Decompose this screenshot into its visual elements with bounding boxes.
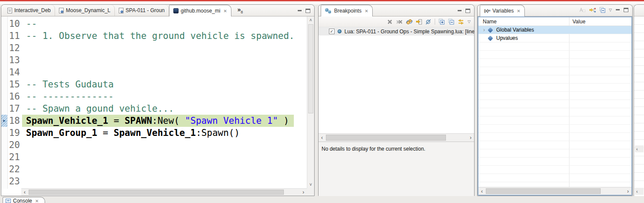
breakpoint-row[interactable]: ✓ Lua: SPA-011 - Ground Ops - Simple Spa…: [319, 27, 474, 35]
breakpoint-checkbox[interactable]: ✓: [329, 29, 335, 34]
tab-overflow-button[interactable]: » 8: [237, 7, 243, 14]
line-marker-slot[interactable]: [1, 103, 7, 115]
code-line[interactable]: Spawn_Group_1 = Spawn_Vehicle_1:Spawn(): [22, 127, 307, 139]
code-line[interactable]: [22, 54, 307, 66]
scrollbar-thumb[interactable]: [486, 188, 601, 194]
line-marker-slot[interactable]: [1, 127, 7, 139]
line-marker-slot[interactable]: [1, 66, 7, 78]
go-to-file-for-breakpoint-icon[interactable]: [416, 19, 422, 25]
code-line[interactable]: --: [22, 18, 307, 30]
empty-table-row: [478, 59, 631, 67]
tab-github-moose[interactable]: github.moose_mi ✕: [169, 5, 231, 16]
skip-all-breakpoints-icon[interactable]: [426, 19, 431, 25]
line-marker-slot[interactable]: ▸: [1, 115, 7, 127]
close-icon[interactable]: ✕: [517, 9, 520, 13]
code-line[interactable]: [22, 163, 307, 175]
scroll-left-icon[interactable]: ‹: [635, 188, 644, 195]
console-icon: [6, 199, 11, 203]
code-line[interactable]: Spawn_Vehicle_1 = SPAWN:New( "Spawn Vehi…: [22, 115, 307, 127]
variable-row[interactable]: Upvalues: [478, 34, 631, 42]
code-line[interactable]: [22, 66, 307, 78]
scroll-up-icon[interactable]: ˄: [307, 17, 314, 23]
code-lines[interactable]: ---- 1. Observe that the ground vehicle …: [22, 16, 307, 189]
scroll-right-icon[interactable]: ›: [467, 134, 474, 142]
line-number-column[interactable]: 1011121314151617181920212223: [8, 16, 22, 189]
tab-spa-011[interactable]: SPA-011 - Groun: [115, 5, 169, 16]
scroll-left-icon[interactable]: ‹: [319, 134, 325, 142]
scrollbar-corner: [307, 188, 314, 196]
collapse-all-icon[interactable]: [599, 7, 605, 13]
scroll-left-icon[interactable]: ‹: [635, 145, 644, 152]
scroll-left-icon[interactable]: ‹: [21, 189, 28, 196]
code-line[interactable]: [22, 151, 307, 163]
code-line[interactable]: [22, 175, 307, 187]
variables-horizontal-scrollbar[interactable]: ‹ ›: [478, 187, 631, 195]
variables-column-header: Name Value: [478, 17, 631, 26]
breakpoints-toolbar: ▽: [319, 16, 474, 27]
line-marker-slot[interactable]: [1, 151, 7, 163]
line-marker-slot[interactable]: [1, 78, 7, 90]
empty-table-row: [478, 133, 631, 141]
scroll-down-icon[interactable]: ˅: [307, 181, 314, 188]
tab-moose-dynamic[interactable]: Moose_Dynamic_L: [55, 5, 115, 16]
line-marker-slot[interactable]: [1, 54, 7, 66]
minimize-icon[interactable]: [457, 9, 462, 13]
code-line[interactable]: [22, 42, 307, 54]
code-editor[interactable]: ▸ 1011121314151617181920212223 ---- 1. O…: [1, 16, 314, 189]
maximize-icon[interactable]: [624, 8, 628, 12]
link-with-debug-view-icon[interactable]: [458, 19, 464, 25]
tree-expand-icon[interactable]: ›: [481, 27, 487, 33]
view-menu-icon[interactable]: ▽: [468, 19, 471, 24]
toolbar-separator: [435, 19, 435, 25]
scroll-right-icon[interactable]: ›: [624, 187, 631, 195]
tab-interactive-deb[interactable]: Interactive_Deb: [3, 5, 55, 16]
view-menu-icon[interactable]: ▽: [609, 8, 612, 12]
tab-breakpoints[interactable]: Breakpoints ✕: [321, 5, 373, 16]
close-icon[interactable]: ✕: [223, 9, 227, 13]
scrollbar-thumb[interactable]: [308, 24, 313, 113]
remove-breakpoint-icon[interactable]: [387, 19, 393, 25]
maximize-icon[interactable]: [306, 9, 310, 13]
collapse-all-icon[interactable]: [448, 19, 454, 25]
variable-row[interactable]: ›Global Variables: [478, 26, 631, 34]
breakpoints-list[interactable]: ✓ Lua: SPA-011 - Ground Ops - Simple Spa…: [319, 27, 474, 133]
close-icon[interactable]: ✕: [364, 9, 368, 13]
code-line[interactable]: [22, 139, 307, 151]
maximize-icon[interactable]: [465, 9, 470, 13]
editor-vertical-scrollbar[interactable]: ˄ ˅: [307, 16, 314, 188]
line-marker-slot[interactable]: [1, 139, 7, 151]
minimize-icon[interactable]: [615, 8, 620, 12]
show-type-names-icon[interactable]: [579, 7, 586, 13]
line-marker-slot[interactable]: [1, 18, 7, 30]
variables-rows[interactable]: ›Global VariablesUpvalues: [478, 26, 631, 187]
editor-tabstrip: Interactive_Deb Moose_Dynamic_L SPA-011 …: [1, 5, 314, 16]
code-line[interactable]: -- -------------: [22, 90, 307, 103]
tab-variables[interactable]: (x)= Variables ✕: [480, 5, 525, 16]
minimize-icon[interactable]: [297, 9, 302, 13]
expand-all-icon[interactable]: [439, 19, 445, 25]
side-panel-row: [634, 123, 644, 132]
remove-all-breakpoints-icon[interactable]: [396, 19, 403, 25]
window-top-band: [0, 1, 644, 4]
show-supported-breakpoints-icon[interactable]: [406, 19, 413, 25]
empty-table-row: [478, 75, 631, 84]
line-marker-slot[interactable]: [1, 163, 7, 175]
scrollbar-thumb[interactable]: [326, 135, 446, 141]
code-line[interactable]: -- Spawn a gound vehicle...: [22, 103, 307, 115]
marker-column[interactable]: ▸: [1, 16, 8, 189]
breakpoints-horizontal-scrollbar[interactable]: ‹ ›: [319, 133, 474, 142]
editor-horizontal-scrollbar[interactable]: ‹ ›: [21, 188, 307, 196]
code-line[interactable]: -- 1. Observe that the ground vehicle is…: [22, 30, 307, 42]
line-marker-slot[interactable]: [1, 30, 7, 42]
line-marker-slot[interactable]: [1, 175, 7, 187]
line-marker-slot[interactable]: [1, 90, 7, 103]
scrollbar-thumb[interactable]: [29, 190, 284, 195]
close-icon[interactable]: ✕: [35, 199, 39, 203]
show-logical-structure-icon[interactable]: [589, 7, 596, 13]
scroll-left-icon[interactable]: ‹: [478, 187, 485, 195]
line-marker-slot[interactable]: [1, 42, 7, 54]
tab-console[interactable]: Console ✕: [3, 197, 45, 203]
scroll-right-icon[interactable]: ›: [300, 189, 307, 196]
variable-name: Global Variables: [496, 27, 534, 33]
code-line[interactable]: -- Tests Gudauta: [22, 78, 307, 90]
